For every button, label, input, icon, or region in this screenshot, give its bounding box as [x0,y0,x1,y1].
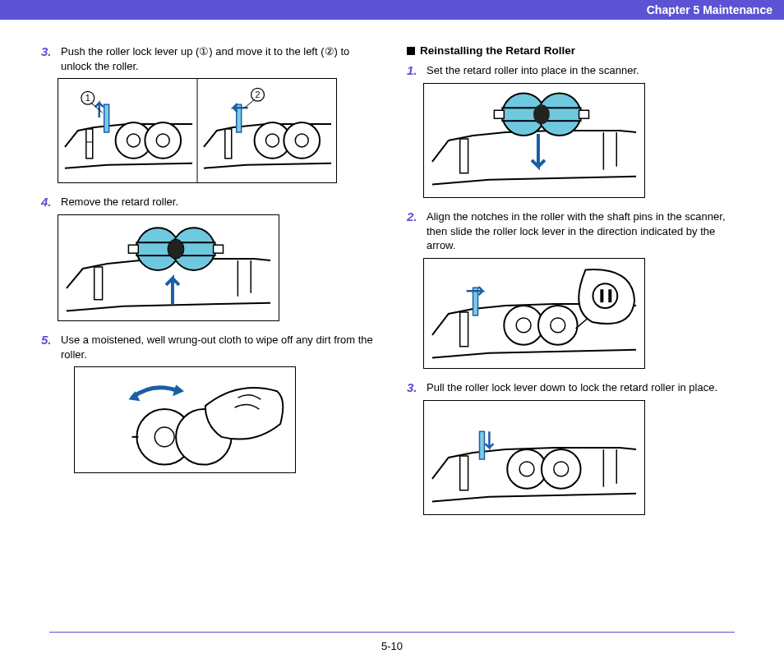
svg-point-5 [127,134,141,147]
chapter-header: Chapter 5 Maintenance [0,0,784,20]
svg-point-15 [266,134,279,147]
step-text: Pull the roller lock lever down to lock … [427,380,743,395]
svg-rect-1 [86,129,93,159]
section-heading: Reinstalling the Retard Roller [407,44,743,57]
svg-point-32 [154,427,174,447]
step-number: 2. [407,209,422,224]
figure-remove-roller [58,214,279,321]
svg-point-6 [156,134,169,147]
svg-point-25 [168,239,184,259]
step-text: Set the retard roller into place in the … [427,63,743,78]
figure-lock-roller [423,400,645,515]
svg-point-48 [551,318,565,333]
svg-rect-12 [225,129,232,159]
step-text: Align the notches in the roller with the… [427,209,743,253]
rstep-3: 3. Pull the roller lock lever down to lo… [407,380,743,515]
step-3: 3. Push the roller lock lever up (①) and… [41,44,377,183]
svg-rect-52 [608,289,611,302]
step-text: Push the roller lock lever up (①) and mo… [61,44,377,73]
step-text: Use a moistened, well wrung-out cloth to… [61,333,377,361]
svg-point-50 [593,283,617,308]
svg-rect-40 [494,110,504,118]
step-number: 3. [407,380,422,395]
page-number: 5-10 [0,640,784,652]
svg-rect-21 [95,267,103,300]
svg-rect-59 [479,431,484,459]
svg-rect-44 [460,312,468,347]
chapter-title: Chapter 5 Maintenance [647,3,772,16]
svg-line-20 [245,99,255,108]
step-number: 5. [41,333,56,348]
svg-point-47 [516,318,531,333]
svg-point-39 [533,104,550,124]
step-number: 3. [41,44,56,59]
figure-wipe-roller [74,366,296,473]
step-number: 1. [407,63,422,78]
svg-rect-7 [104,104,109,132]
right-column: Reinstalling the Retard Roller 1. Set th… [407,44,743,527]
svg-point-58 [554,462,569,476]
step-text: Remove the retard roller. [61,195,377,209]
page-body: 3. Push the roller lock lever up (①) and… [0,20,784,527]
svg-point-57 [519,462,534,476]
figure-align-notches [423,258,645,369]
rstep-2: 2. Align the notches in the roller with … [407,209,743,369]
rstep-1: 1. Set the retard roller into place in t… [407,63,743,198]
svg-rect-35 [460,139,468,173]
square-bullet-icon [407,47,415,55]
svg-rect-51 [600,289,603,302]
section-title-text: Reinstalling the Retard Roller [420,44,575,57]
left-column: 3. Push the roller lock lever up (①) and… [41,44,377,527]
svg-text:2: 2 [256,90,261,99]
svg-rect-41 [579,110,589,118]
svg-rect-27 [214,245,224,253]
svg-text:1: 1 [85,93,90,103]
step-number: 4. [41,195,56,209]
figure-unlock-roller: 1 [58,78,337,183]
svg-point-16 [295,134,308,147]
svg-rect-26 [128,245,138,253]
step-4: 4. Remove the retard roller. [41,195,377,321]
step-5: 5. Use a moistened, well wrung-out cloth… [41,333,377,473]
footer-rule [49,632,735,633]
figure-set-roller [423,83,645,198]
svg-rect-54 [460,456,468,490]
